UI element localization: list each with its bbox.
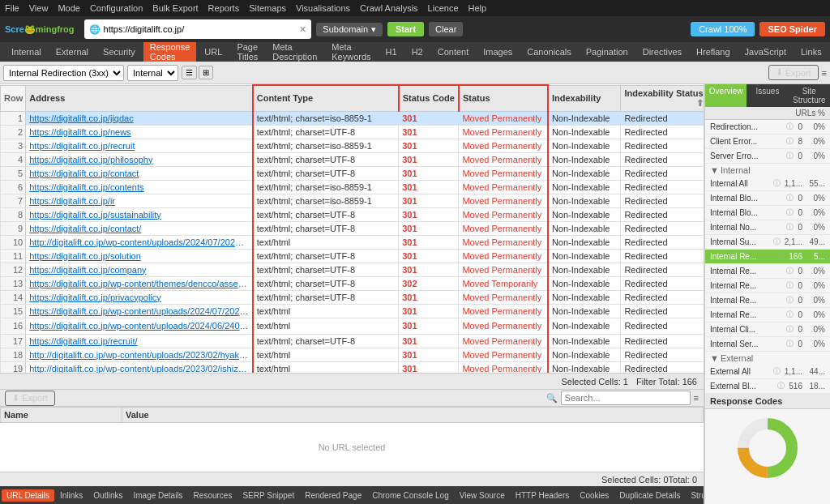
sidebar-item-internal-2[interactable]: Internal Blo... ⓘ 0 0% (705, 206, 830, 220)
url-bar[interactable]: 🌐 ✕ (84, 19, 312, 39)
menu-view[interactable]: View (29, 3, 49, 13)
tab-pagination[interactable]: Pagination (580, 45, 635, 58)
crawl-button[interactable]: Crawl 100% (691, 22, 755, 36)
col-header-status-code[interactable]: Status Code (399, 85, 459, 111)
tab-images[interactable]: Images (477, 45, 519, 58)
info-icon-int-9[interactable]: ⓘ (786, 310, 794, 320)
sidebar-tab-overview[interactable]: Overview (705, 84, 747, 107)
bottom-tab-duplicate-details[interactable]: Duplicate Details (614, 489, 685, 502)
table-row[interactable]: 5 https://digitalift.co.jp/contact text/… (1, 166, 704, 180)
bottom-tab-chrome-console[interactable]: Chrome Console Log (367, 489, 454, 502)
table-row[interactable]: 2 https://digitalift.co.jp/news text/htm… (1, 125, 704, 139)
sidebar-item-internal-5[interactable]: Internal Re... ⓘ 166 5... (705, 250, 830, 264)
menu-file[interactable]: File (5, 3, 19, 13)
info-icon-int-11[interactable]: ⓘ (786, 339, 794, 349)
bottom-tab-outlinks[interactable]: Outlinks (88, 489, 127, 502)
col-header-indexability-status[interactable]: Indexability Status ⬆ (621, 85, 704, 111)
sidebar-tab-site-structure[interactable]: Site Structure (789, 84, 830, 107)
menu-reports[interactable]: Reports (208, 3, 240, 13)
data-table-container[interactable]: Row Address Content Type Status Code (0, 84, 704, 373)
bottom-tab-serp-snippet[interactable]: SERP Snippet (237, 489, 299, 502)
menu-visualisations[interactable]: Visualisations (296, 3, 350, 13)
table-row[interactable]: 6 https://digitalift.co.jp/contents text… (1, 180, 704, 194)
info-icon-0[interactable]: ⓘ (786, 122, 794, 132)
tab-content[interactable]: Content (431, 45, 476, 58)
sidebar-item-external-1[interactable]: External Bl... ⓘ 516 18... (705, 379, 830, 394)
info-icon-ext-1[interactable]: ⓘ (777, 381, 785, 391)
sidebar-row-server-error[interactable]: Server Erro... ⓘ 0 0% (705, 149, 830, 164)
tab-security[interactable]: Security (96, 45, 142, 58)
info-icon-int-5[interactable]: ⓘ (777, 251, 785, 262)
view-grid-button[interactable]: ⊞ (199, 66, 213, 79)
info-icon-int-3[interactable]: ⓘ (786, 222, 794, 233)
bottom-tab-cookies[interactable]: Cookies (575, 489, 614, 502)
bottom-tab-rendered-page[interactable]: Rendered Page (300, 489, 366, 502)
menu-configuration[interactable]: Configuration (90, 3, 143, 13)
sidebar-row-client-error[interactable]: Client Error... ⓘ 8 0% (705, 135, 830, 149)
menu-help[interactable]: Help (468, 3, 487, 13)
seo-spider-button[interactable]: SEO Spider (759, 22, 825, 36)
table-row[interactable]: 12 https://digitalift.co.jp/company text… (1, 263, 704, 276)
address-sort[interactable]: Address (29, 93, 249, 103)
menu-licence[interactable]: Licence (428, 3, 459, 13)
tab-h2[interactable]: H2 (405, 45, 430, 58)
tab-canonicals[interactable]: Canonicals (520, 45, 577, 58)
menu-crawl-analysis[interactable]: Crawl Analysis (360, 3, 418, 13)
filter-select-main[interactable]: Internal Redirection (3xx) (3, 65, 124, 81)
tab-links[interactable]: Links (794, 45, 828, 58)
info-icon-int-4[interactable]: ⓘ (773, 237, 781, 247)
subdomain-dropdown[interactable]: Subdomain ▾ (316, 23, 383, 36)
table-row[interactable]: 15 https://digitalift.co.jp/wp-content/u… (1, 304, 704, 318)
filter-options-icon-2[interactable]: ≡ (694, 393, 699, 403)
col-header-status[interactable]: Status (459, 85, 548, 111)
tab-javascript[interactable]: JavaScript (738, 45, 793, 58)
tab-meta-keywords[interactable]: Meta Keywords (325, 42, 377, 62)
sidebar-item-internal-8[interactable]: Internal Re... ⓘ 0 0% (705, 293, 830, 308)
sidebar-item-internal-10[interactable]: Internal Cli... ⓘ 0 0% (705, 322, 830, 337)
info-icon-int-10[interactable]: ⓘ (786, 324, 794, 335)
menu-sitemaps[interactable]: Sitemaps (249, 3, 286, 13)
table-row[interactable]: 13 https://digitalift.co.jp/wp-content/t… (1, 276, 704, 290)
table-row[interactable]: 14 https://digitalift.co.jp/privacypolic… (1, 290, 704, 304)
tab-meta-description[interactable]: Meta Description (266, 42, 323, 62)
start-button[interactable]: Start (387, 22, 424, 36)
info-icon-int-8[interactable]: ⓘ (786, 295, 794, 305)
filter-select-type[interactable]: Internal (127, 65, 178, 81)
sidebar-tab-issues[interactable]: Issues (747, 84, 788, 107)
bottom-tab-inlinks[interactable]: Inlinks (55, 489, 88, 502)
info-icon-int-7[interactable]: ⓘ (786, 280, 794, 291)
sidebar-item-internal-3[interactable]: Internal No... ⓘ 0 0% (705, 220, 830, 235)
external-section-header[interactable]: ▼ External (705, 352, 830, 365)
bottom-export-button[interactable]: ⬇ Export (5, 391, 55, 406)
tab-h1[interactable]: H1 (379, 45, 404, 58)
table-row[interactable]: 3 https://digitalift.co.jp/recruit text/… (1, 139, 704, 152)
clear-button[interactable]: Clear (429, 22, 463, 36)
sidebar-item-internal-6[interactable]: Internal Re... ⓘ 0 0% (705, 264, 830, 279)
table-row[interactable]: 1 https://digitalift.co.jp/jiqdac text/h… (1, 111, 704, 125)
sidebar-item-external-0[interactable]: External All ⓘ 1,1... 44... (705, 365, 830, 379)
sort-icon[interactable]: ⬆ (696, 98, 704, 109)
info-icon-int-6[interactable]: ⓘ (786, 266, 794, 276)
col-header-indexability[interactable]: Indexability (548, 85, 621, 111)
bottom-tab-url-details[interactable]: URL Details (2, 489, 54, 502)
col-header-content-type[interactable]: Content Type (253, 85, 399, 111)
table-row[interactable]: 16 https://digitalift.co.jp/wp-content/u… (1, 318, 704, 334)
table-row[interactable]: 4 https://digitalift.co.jp/philosophy te… (1, 152, 704, 166)
info-icon-1[interactable]: ⓘ (786, 136, 794, 147)
view-list-button[interactable]: ☰ (182, 66, 197, 79)
menu-bulk-export[interactable]: Bulk Export (152, 3, 198, 13)
tab-hreflang[interactable]: Hreflang (690, 45, 737, 58)
sidebar-item-internal-0[interactable]: Internal All ⓘ 1,1... 55... (705, 177, 830, 191)
table-row[interactable]: 7 https://digitalift.co.jp/ir text/html;… (1, 194, 704, 207)
info-icon-int-0[interactable]: ⓘ (773, 178, 781, 189)
url-input[interactable] (104, 24, 297, 34)
sidebar-item-internal-9[interactable]: Internal Re... ⓘ 0 0% (705, 308, 830, 322)
info-icon-int-1[interactable]: ⓘ (786, 193, 794, 203)
bottom-tab-view-source[interactable]: View Source (455, 489, 510, 502)
menu-mode[interactable]: Mode (58, 3, 80, 13)
bottom-tab-image-details[interactable]: Image Details (128, 489, 187, 502)
table-row[interactable]: 11 https://digitalift.co.jp/solution tex… (1, 249, 704, 263)
table-row[interactable]: 8 https://digitalift.co.jp/sustainabilit… (1, 207, 704, 221)
table-row[interactable]: 10 http://digitalift.co.jp/wp-content/up… (1, 235, 704, 249)
tab-directives[interactable]: Directives (636, 45, 688, 58)
